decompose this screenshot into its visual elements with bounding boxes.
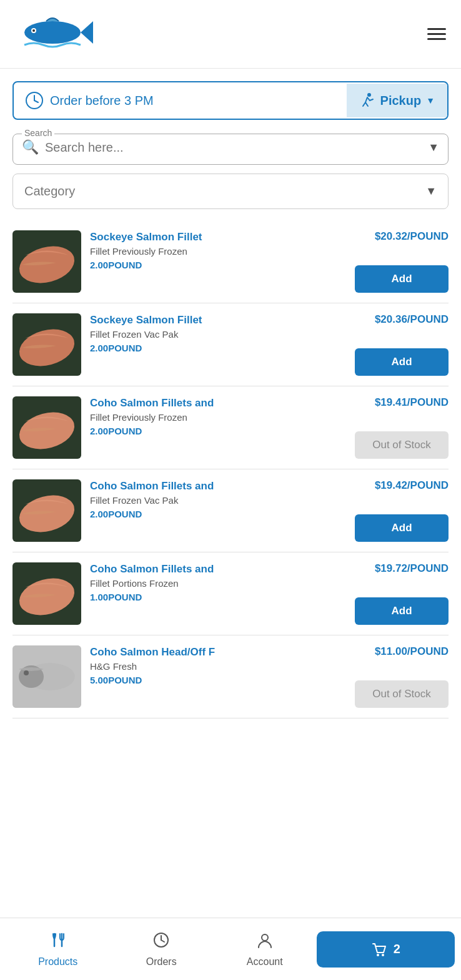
product-name: Coho Salmon Fillets and [90,479,346,493]
pickup-button[interactable]: Pickup ▼ [347,84,447,117]
search-container: Search 🔍 ▼ [12,134,449,165]
product-price: $19.72/POUND [375,562,449,575]
products-icon [49,931,67,953]
product-description: Fillet Previously Frozen [90,246,346,257]
product-info: Coho Salmon Fillets and Fillet Previousl… [90,396,346,459]
add-to-cart-button[interactable]: Add [355,597,449,625]
order-time-info: Order before 3 PM [14,82,165,119]
product-actions: $20.36/POUND Add [355,313,449,376]
product-item: Sockeye Salmon Fillet Fillet Previously … [12,220,449,303]
product-info: Coho Salmon Fillets and Fillet Frozen Va… [90,479,346,542]
product-weight: 2.00POUND [90,426,346,436]
product-actions: $19.72/POUND Add [355,562,449,625]
product-price: $19.41/POUND [375,396,449,409]
product-weight: 5.00POUND [90,675,346,685]
product-weight: 2.00POUND [90,509,346,519]
search-input[interactable] [45,140,422,155]
product-weight: 2.00POUND [90,343,346,353]
svg-point-3 [32,29,35,32]
svg-point-27 [262,934,268,941]
product-info: Sockeye Salmon Fillet Fillet Previously … [90,230,346,293]
search-label: Search [22,128,54,138]
product-image [12,479,81,542]
account-label: Account [247,956,283,968]
out-of-stock-button: Out of Stock [355,680,449,708]
logo [15,14,96,54]
product-image [12,313,81,376]
order-time-text: Order before 3 PM [50,94,154,108]
product-description: H&G Fresh [90,661,346,672]
nav-products[interactable]: Products [6,931,110,968]
svg-point-28 [377,954,379,956]
app-header [0,0,461,69]
product-actions: $19.42/POUND Add [355,479,449,542]
product-info: Coho Salmon Fillets and Fillet Portions … [90,562,346,625]
product-price: $19.42/POUND [375,479,449,492]
category-chevron-icon: ▼ [425,185,437,198]
product-weight: 1.00POUND [90,592,346,602]
product-image [12,645,81,708]
runner-icon [359,92,375,109]
add-to-cart-button[interactable]: Add [355,514,449,542]
menu-button[interactable] [427,28,446,40]
product-description: Fillet Frozen Vac Pak [90,495,346,506]
bottom-nav: Products Orders Account 2 [0,918,461,980]
product-item: Coho Salmon Fillets and Fillet Previousl… [12,386,449,469]
svg-point-21 [24,670,29,675]
product-name: Coho Salmon Fillets and [90,396,346,410]
search-chevron-icon: ▼ [428,141,439,154]
product-weight: 2.00POUND [90,260,346,270]
products-label: Products [38,956,77,968]
product-actions: $11.00/POUND Out of Stock [355,645,449,708]
product-actions: $19.41/POUND Out of Stock [355,396,449,459]
cart-icon [371,941,387,958]
product-image [12,396,81,459]
svg-line-26 [161,940,164,942]
product-list: Sockeye Salmon Fillet Fillet Previously … [12,220,449,718]
account-icon [256,931,274,953]
product-price: $20.32/POUND [375,230,449,243]
cart-count: 2 [394,942,400,956]
product-image [12,562,81,625]
nav-orders[interactable]: Orders [110,931,214,968]
product-price: $20.36/POUND [375,313,449,326]
orders-icon [152,931,170,953]
category-dropdown[interactable]: Category ▼ [12,174,449,209]
product-name: Coho Salmon Fillets and [90,562,346,576]
clock-icon [25,91,44,110]
pickup-chevron-icon: ▼ [426,96,435,105]
product-item: Sockeye Salmon Fillet Fillet Frozen Vac … [12,303,449,386]
product-image [12,230,81,293]
nav-account[interactable]: Account [213,931,317,968]
product-item: Coho Salmon Head/Off F H&G Fresh 5.00POU… [12,635,449,718]
svg-point-7 [367,93,371,97]
svg-marker-1 [81,21,93,44]
svg-point-29 [382,954,384,956]
pickup-text: Pickup [380,94,422,108]
product-name: Sockeye Salmon Fillet [90,230,346,244]
product-item: Coho Salmon Fillets and Fillet Frozen Va… [12,469,449,552]
cart-button[interactable]: 2 [317,931,455,968]
product-name: Coho Salmon Head/Off F [90,645,346,659]
product-info: Coho Salmon Head/Off F H&G Fresh 5.00POU… [90,645,346,708]
search-icon: 🔍 [22,139,39,155]
product-actions: $20.32/POUND Add [355,230,449,293]
logo-svg [15,14,96,54]
add-to-cart-button[interactable]: Add [355,265,449,293]
product-description: Fillet Previously Frozen [90,412,346,423]
orders-label: Orders [146,956,177,968]
product-description: Fillet Frozen Vac Pak [90,329,346,340]
add-to-cart-button[interactable]: Add [355,348,449,376]
product-item: Coho Salmon Fillets and Fillet Portions … [12,552,449,635]
order-banner: Order before 3 PM Pickup ▼ [12,81,449,120]
product-description: Fillet Portions Frozen [90,578,346,589]
product-price: $11.00/POUND [375,645,449,658]
category-label: Category [24,184,75,198]
svg-line-6 [34,100,38,102]
product-name: Sockeye Salmon Fillet [90,313,346,327]
out-of-stock-button: Out of Stock [355,431,449,459]
product-info: Sockeye Salmon Fillet Fillet Frozen Vac … [90,313,346,376]
